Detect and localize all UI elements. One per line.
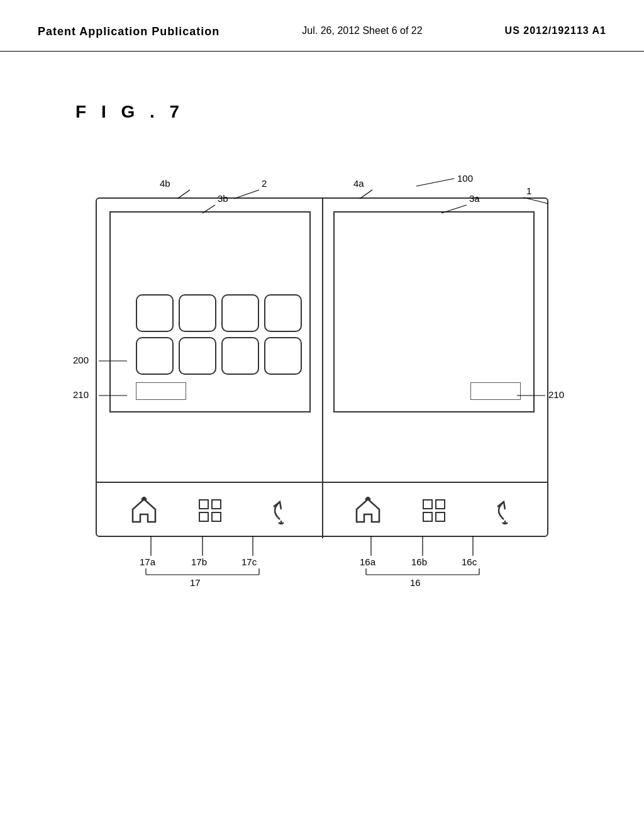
ref-16-label: 16 bbox=[410, 577, 421, 588]
left-panel bbox=[97, 199, 323, 538]
ref-17b-label: 17b bbox=[191, 556, 207, 567]
app-icon-2 bbox=[179, 294, 216, 332]
grid-cell bbox=[435, 499, 445, 509]
back-icon-left bbox=[261, 495, 291, 526]
ref-17c-label: 17c bbox=[242, 556, 257, 567]
app-icon-8 bbox=[264, 337, 302, 375]
home-icon-right bbox=[353, 495, 383, 526]
publication-label: Patent Application Publication bbox=[38, 25, 219, 38]
app-icon-4 bbox=[264, 294, 302, 332]
device-outer-frame bbox=[96, 197, 548, 537]
screen-left bbox=[109, 211, 311, 412]
app-icon-5 bbox=[136, 337, 174, 375]
widget-left bbox=[136, 382, 186, 400]
ref-100-label: 100 bbox=[457, 173, 473, 184]
figure-label: F I G . 7 bbox=[75, 102, 644, 122]
diagram-area: 100 1 2 4b 4a 3b 3a 200 210 bbox=[0, 147, 644, 600]
grid-icon-left bbox=[199, 499, 221, 522]
ref-210-left-label: 210 bbox=[73, 389, 89, 400]
grid-cell bbox=[199, 499, 209, 509]
app-icon-3 bbox=[221, 294, 259, 332]
widget-right bbox=[470, 382, 521, 400]
ref-1-label: 1 bbox=[526, 185, 531, 196]
app-icon-7 bbox=[221, 337, 259, 375]
ref-16c-label: 16c bbox=[462, 556, 477, 567]
grid-cell bbox=[211, 499, 221, 509]
svg-marker-0 bbox=[133, 499, 155, 522]
back-icon-right bbox=[485, 495, 515, 526]
app-icon-6 bbox=[179, 337, 216, 375]
ref-16b-label: 16b bbox=[411, 556, 427, 567]
ref-17-label: 17 bbox=[190, 577, 201, 588]
app-icons-grid bbox=[136, 294, 302, 375]
app-icon-1 bbox=[136, 294, 174, 332]
patent-number: US 2012/192113 A1 bbox=[505, 25, 606, 36]
svg-line-14 bbox=[416, 179, 454, 186]
sheet-info: Jul. 26, 2012 Sheet 6 of 22 bbox=[302, 25, 422, 36]
grid-cell bbox=[423, 512, 433, 522]
bottom-bar-left bbox=[97, 482, 323, 538]
ref-16a-label: 16a bbox=[360, 556, 376, 567]
ref-4b-label: 4b bbox=[160, 178, 170, 189]
ref-4a-label: 4a bbox=[353, 178, 364, 189]
page-header: Patent Application Publication Jul. 26, … bbox=[0, 0, 644, 52]
grid-cell bbox=[199, 512, 209, 522]
grid-icon-right bbox=[423, 499, 445, 522]
diagram-container: 100 1 2 4b 4a 3b 3a 200 210 bbox=[64, 147, 580, 600]
screen-right bbox=[333, 211, 535, 412]
home-icon-left bbox=[129, 495, 159, 526]
bottom-bar-right bbox=[321, 482, 547, 538]
grid-cell bbox=[423, 499, 433, 509]
grid-cell bbox=[435, 512, 445, 522]
grid-cell bbox=[211, 512, 221, 522]
right-panel bbox=[321, 199, 547, 538]
ref-210-right-label: 210 bbox=[548, 389, 564, 400]
ref-17a-label: 17a bbox=[140, 556, 156, 567]
ref-2-label: 2 bbox=[262, 178, 267, 189]
ref-200-label: 200 bbox=[73, 355, 89, 365]
svg-marker-7 bbox=[357, 499, 379, 522]
